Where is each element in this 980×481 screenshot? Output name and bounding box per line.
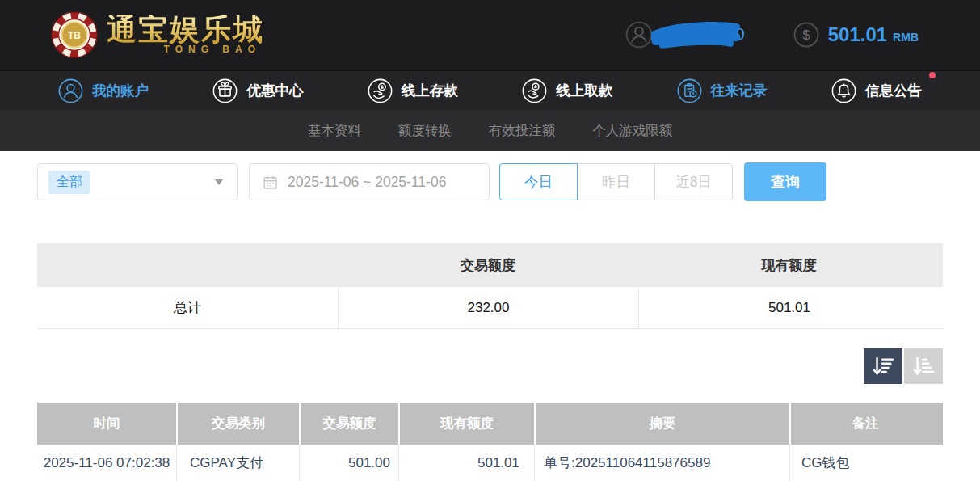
sort-descending-button[interactable] — [864, 348, 902, 384]
summary-table: 交易额度 现有额度 总计 232.00 501.01 — [37, 243, 943, 329]
balance-amount: 501.01 — [828, 23, 887, 46]
nav-label: 信息公告 — [865, 81, 922, 100]
nav-item-my-account[interactable]: 我的账户 — [58, 78, 149, 103]
calendar-icon — [262, 174, 279, 191]
records-icon — [677, 78, 702, 103]
content-area: 全部 2025-11-06 ~ 2025-11-06 今日 昨日 近8日 查询 — [0, 151, 980, 481]
sort-ascending-button[interactable] — [904, 348, 943, 384]
records-header-summary: 摘要 — [534, 403, 789, 445]
site-logo[interactable]: TB 通宝娱乐城 TONG BAO — [50, 11, 264, 59]
top-header: TB 通宝娱乐城 TONG BAO 0 — [0, 0, 980, 70]
summary-header-empty — [37, 243, 338, 287]
date-range-picker[interactable]: 2025-11-06 ~ 2025-11-06 — [249, 163, 490, 200]
withdraw-icon — [522, 78, 547, 103]
type-select-value: 全部 — [48, 171, 90, 194]
bell-icon — [831, 78, 856, 103]
gift-icon — [212, 78, 238, 103]
balance-display: $ 501.01 RMB — [793, 22, 919, 48]
chevron-down-icon — [215, 179, 223, 185]
subnav-item-basic-info[interactable]: 基本资料 — [308, 122, 361, 140]
range-button-last8days[interactable]: 近8日 — [654, 163, 733, 200]
range-button-today[interactable]: 今日 — [499, 163, 578, 200]
account-icon — [58, 78, 83, 103]
notification-dot — [929, 72, 936, 78]
table-row: 2025-11-06 07:02:38 CGPAY支付 501.00 501.0… — [37, 445, 943, 481]
deposit-icon — [368, 78, 393, 103]
summary-total-row: 总计 232.00 501.01 — [37, 287, 943, 329]
balance-currency: RMB — [893, 26, 919, 44]
summary-total-label: 总计 — [37, 287, 338, 328]
sort-descending-icon — [871, 355, 895, 378]
nav-item-announcements[interactable]: 信息公告 — [831, 78, 922, 103]
records-header-type: 交易类别 — [176, 403, 299, 445]
username-redacted: 0 — [651, 19, 745, 51]
date-range-value: 2025-11-06 ~ 2025-11-06 — [288, 174, 446, 191]
record-balance: 501.01 — [398, 445, 534, 481]
sort-controls — [37, 348, 943, 384]
record-amount: 501.00 — [299, 445, 398, 481]
casino-chip-icon: TB — [50, 11, 99, 59]
records-header-amount: 交易额度 — [299, 403, 398, 445]
dollar-icon: $ — [793, 22, 819, 48]
records-header-remark: 备注 — [789, 403, 940, 445]
nav-label: 我的账户 — [92, 81, 149, 100]
type-select[interactable]: 全部 — [37, 163, 238, 200]
site-title: 通宝娱乐城 — [107, 15, 264, 46]
records-table: 时间 交易类别 交易额度 现有额度 摘要 备注 2025-11-06 07:02… — [37, 403, 943, 481]
nav-item-records[interactable]: 往来记录 — [677, 78, 768, 103]
filter-row: 全部 2025-11-06 ~ 2025-11-06 今日 昨日 近8日 查询 — [37, 162, 943, 201]
records-table-header: 时间 交易类别 交易额度 现有额度 摘要 备注 — [37, 403, 943, 445]
summary-transaction-amount: 232.00 — [338, 287, 638, 328]
record-time: 2025-11-06 07:02:38 — [37, 445, 176, 481]
search-button[interactable]: 查询 — [744, 162, 826, 201]
site-subtitle: TONG BAO — [107, 44, 264, 55]
sub-nav: 基本资料 额度转换 有效投注额 个人游戏限额 — [0, 110, 980, 151]
record-summary: 单号:202511064115876589 — [534, 445, 789, 481]
nav-label: 优惠中心 — [246, 81, 303, 100]
subnav-item-game-limits[interactable]: 个人游戏限额 — [592, 122, 672, 140]
summary-header-current-balance: 现有额度 — [638, 243, 940, 287]
sort-ascending-icon — [911, 355, 936, 378]
subnav-item-valid-bets[interactable]: 有效投注额 — [489, 122, 556, 140]
nav-label: 线上存款 — [402, 81, 458, 100]
summary-current-balance: 501.01 — [638, 287, 940, 328]
main-nav: 我的账户 优惠中心 线上存款 — [0, 70, 980, 110]
summary-header-transaction-amount: 交易额度 — [338, 243, 638, 287]
user-avatar-icon — [625, 21, 653, 49]
record-type: CGPAY支付 — [176, 445, 299, 481]
svg-text:TB: TB — [68, 30, 81, 41]
nav-item-deposit[interactable]: 线上存款 — [368, 78, 458, 103]
records-header-time: 时间 — [37, 403, 176, 445]
quick-range-group: 今日 昨日 近8日 — [499, 163, 733, 200]
subnav-item-quota-transfer[interactable]: 额度转换 — [398, 122, 452, 140]
user-account-chip[interactable]: 0 — [625, 19, 745, 51]
nav-item-withdraw[interactable]: 线上取款 — [522, 78, 612, 103]
redaction-scribble — [651, 19, 740, 50]
nav-label: 往来记录 — [711, 81, 768, 100]
summary-table-header: 交易额度 现有额度 — [37, 243, 943, 287]
svg-text:$: $ — [802, 27, 810, 43]
range-button-yesterday[interactable]: 昨日 — [577, 163, 655, 200]
nav-label: 线上取款 — [556, 81, 612, 100]
records-header-balance: 现有额度 — [398, 403, 534, 445]
record-remark: CG钱包 — [789, 445, 940, 481]
nav-item-promotions[interactable]: 优惠中心 — [212, 78, 303, 103]
